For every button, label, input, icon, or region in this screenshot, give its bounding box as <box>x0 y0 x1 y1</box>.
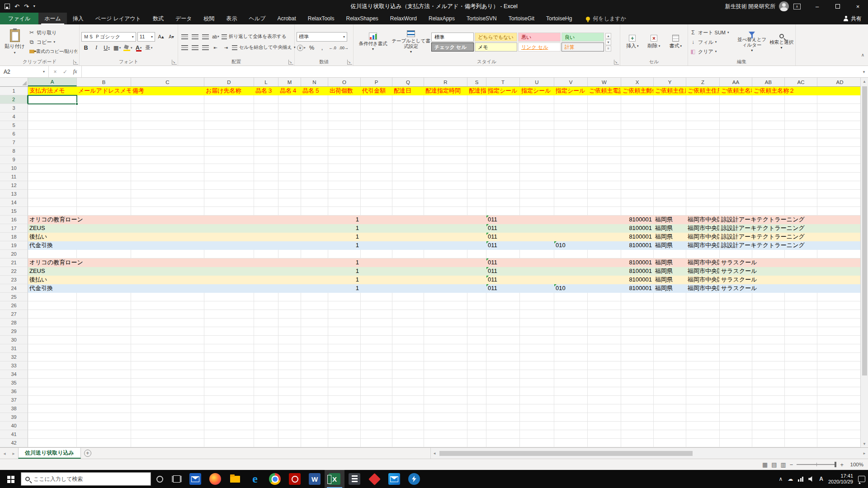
cell-Z33[interactable] <box>686 361 720 370</box>
cell-Q27[interactable] <box>392 310 424 319</box>
cell-D32[interactable] <box>204 353 254 361</box>
enter-formula-icon[interactable]: ✓ <box>61 69 70 75</box>
cell-Y9[interactable] <box>654 155 686 164</box>
cell-W6[interactable] <box>588 130 621 138</box>
cell-V20[interactable] <box>554 250 588 258</box>
cell-AB20[interactable] <box>752 250 785 258</box>
cell-Q32[interactable] <box>392 353 424 361</box>
cell-L24[interactable] <box>254 284 278 293</box>
cell-X6[interactable] <box>621 130 654 138</box>
cell-W8[interactable] <box>588 147 621 155</box>
cell-Q41[interactable] <box>392 430 424 439</box>
row-header-8[interactable]: 8 <box>0 147 28 155</box>
gallery-up-icon[interactable]: ▴ <box>605 33 611 39</box>
cell-AC2[interactable] <box>785 95 817 104</box>
cell-N8[interactable] <box>301 147 328 155</box>
cell-A42[interactable] <box>28 439 77 447</box>
cell-AA17[interactable]: 諒設計アーキテクトラーニング <box>720 224 752 233</box>
cell-Y22[interactable]: 福岡県 <box>654 267 686 276</box>
cell-Z4[interactable] <box>686 113 720 121</box>
cell-style-0-1[interactable]: どちらでもない <box>475 33 517 42</box>
scroll-left-icon[interactable]: ◂ <box>431 451 438 455</box>
cell-X14[interactable] <box>621 198 654 207</box>
zoom-in-icon[interactable]: + <box>840 461 844 468</box>
cell-AC3[interactable] <box>785 104 817 113</box>
cell-X11[interactable] <box>621 173 654 181</box>
cell-V16[interactable] <box>554 216 588 224</box>
cell-V23[interactable] <box>554 276 588 284</box>
cell-V17[interactable] <box>554 224 588 233</box>
column-header-A[interactable]: A <box>28 78 77 86</box>
taskbar-app-excel[interactable]: X <box>325 470 344 488</box>
cell-A14[interactable] <box>28 198 77 207</box>
cell-U12[interactable] <box>520 181 554 190</box>
cell-W31[interactable] <box>588 344 621 353</box>
cell-S10[interactable] <box>467 164 486 173</box>
cell-L32[interactable] <box>254 353 278 361</box>
cell-Y8[interactable] <box>654 147 686 155</box>
cell-Y20[interactable] <box>654 250 686 258</box>
cell-W39[interactable] <box>588 413 621 422</box>
cell-R29[interactable] <box>424 327 467 336</box>
cell-R33[interactable] <box>424 361 467 370</box>
cell-O8[interactable] <box>328 147 361 155</box>
cell-R3[interactable] <box>424 104 467 113</box>
undo-icon[interactable]: ↶ <box>14 4 19 9</box>
cell-D19[interactable] <box>204 241 254 250</box>
cell-C6[interactable] <box>131 130 204 138</box>
cell-Z16[interactable]: 福岡市中央区 <box>686 216 720 224</box>
cell-D5[interactable] <box>204 121 254 130</box>
cell-B34[interactable] <box>77 370 131 379</box>
row-header-35[interactable]: 35 <box>0 379 28 387</box>
cell-Y23[interactable]: 福岡県 <box>654 276 686 284</box>
cell-U34[interactable] <box>520 370 554 379</box>
cell-Y25[interactable] <box>654 293 686 301</box>
cell-R11[interactable] <box>424 173 467 181</box>
cell-AC28[interactable] <box>785 319 817 327</box>
cell-N16[interactable] <box>301 216 328 224</box>
cell-X24[interactable]: 8100001 <box>621 284 654 293</box>
sheet-tab-active[interactable]: 佐川送り状取り込み <box>18 448 81 459</box>
cell-AA20[interactable] <box>720 250 752 258</box>
cell-M4[interactable] <box>278 113 301 121</box>
cell-Q3[interactable] <box>392 104 424 113</box>
cell-R34[interactable] <box>424 370 467 379</box>
row-header-29[interactable]: 29 <box>0 327 28 336</box>
cell-C21[interactable] <box>131 258 204 267</box>
clear-button[interactable]: ◧クリア▾ <box>690 47 734 56</box>
cell-AD14[interactable] <box>817 198 860 207</box>
taskbar-app-chrome[interactable] <box>265 470 285 488</box>
cell-C40[interactable] <box>131 422 204 430</box>
cell-O31[interactable] <box>328 344 361 353</box>
cell-A3[interactable] <box>28 104 77 113</box>
cell-Q7[interactable] <box>392 138 424 147</box>
cell-AA22[interactable]: サラスクール <box>720 267 752 276</box>
cell-Z40[interactable] <box>686 422 720 430</box>
cell-AC40[interactable] <box>785 422 817 430</box>
row-header-30[interactable]: 30 <box>0 336 28 344</box>
share-button[interactable]: 共有 <box>837 13 868 24</box>
cell-Y10[interactable] <box>654 164 686 173</box>
cell-D38[interactable] <box>204 404 254 413</box>
cell-O15[interactable] <box>328 207 361 216</box>
cell-AB27[interactable] <box>752 310 785 319</box>
cell-L28[interactable] <box>254 319 278 327</box>
cell-B16[interactable] <box>77 216 131 224</box>
cell-X20[interactable] <box>621 250 654 258</box>
cell-T35[interactable] <box>486 379 520 387</box>
cell-M38[interactable] <box>278 404 301 413</box>
row-header-12[interactable]: 12 <box>0 181 28 190</box>
cell-AA35[interactable] <box>720 379 752 387</box>
cell-L20[interactable] <box>254 250 278 258</box>
cell-U10[interactable] <box>520 164 554 173</box>
cell-AB29[interactable] <box>752 327 785 336</box>
clipboard-dialog-launcher[interactable]: ↘ <box>73 60 78 65</box>
cell-R18[interactable] <box>424 233 467 241</box>
cell-W36[interactable] <box>588 387 621 396</box>
cell-V36[interactable] <box>554 387 588 396</box>
cell-C13[interactable] <box>131 190 204 198</box>
cell-P19[interactable] <box>361 241 392 250</box>
cell-AD33[interactable] <box>817 361 860 370</box>
cell-V15[interactable] <box>554 207 588 216</box>
taskbar-app-word[interactable]: W <box>305 470 325 488</box>
